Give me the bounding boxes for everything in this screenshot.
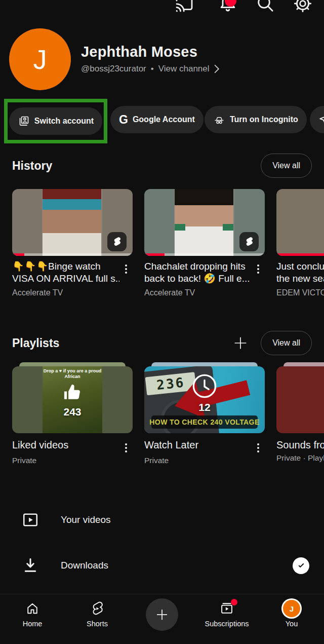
shorts-logo-icon: [112, 237, 122, 247]
history-video-card[interactable]: 👇👇👇Binge watch VISA ON ARRIVAL full s...…: [12, 189, 133, 297]
plus-icon: [154, 607, 170, 622]
playlist-thumbnail[interactable]: Drop a ♥ if you are a proud African 243: [12, 366, 133, 433]
view-channel-link[interactable]: View channel: [158, 64, 210, 74]
watch-progress-bar: [276, 253, 324, 256]
turn-on-incognito-chip[interactable]: Turn on Incognito: [205, 106, 307, 133]
downloads-label: Downloads: [61, 560, 108, 571]
watch-progress-bar: [12, 253, 133, 256]
history-video-card[interactable]: Just conclu the new sea EDEM VICTO: [276, 189, 324, 297]
cast-icon[interactable]: [174, 0, 194, 14]
chevron-right-icon: [214, 64, 220, 73]
playlist-title[interactable]: Sounds from: [276, 439, 324, 451]
video-channel[interactable]: Accelerate TV: [12, 288, 133, 297]
subscriptions-badge: [231, 599, 237, 605]
chip-label: Google Account: [133, 115, 195, 124]
downloads-row[interactable]: Downloads: [0, 552, 324, 579]
bottom-navigation: Home Shorts: [0, 594, 324, 644]
kebab-icon: [253, 442, 263, 453]
playlist-card-liked-videos[interactable]: Drop a ♥ if you are a proud African 243 …: [12, 362, 133, 465]
home-icon: [25, 601, 39, 616]
switch-account-icon: [18, 115, 30, 127]
profile-name: Jephthah Moses: [81, 44, 197, 60]
playlist-card-sounds[interactable]: Sounds from Private · Playlist: [276, 362, 324, 465]
playlist-count: 243: [63, 406, 81, 418]
playlist-card-watch-later[interactable]: 236 12 HOW TO CHECK 240 VOLTAGE Watch La…: [144, 362, 265, 465]
video-title[interactable]: Chachalet dropping hits back to back! 🤣 …: [144, 260, 252, 285]
switch-account-chip[interactable]: Switch account: [9, 107, 102, 135]
video-menu-button[interactable]: [119, 260, 133, 285]
playlist-thumbnail[interactable]: [276, 366, 324, 433]
video-menu-button[interactable]: [252, 260, 265, 285]
nav-shorts[interactable]: Shorts: [65, 594, 130, 644]
profile-avatar[interactable]: J: [9, 28, 71, 90]
kebab-icon: [121, 442, 131, 453]
playlists-title: Playlists: [12, 336, 59, 350]
video-channel[interactable]: Accelerate TV: [144, 288, 265, 297]
history-header: History View all: [12, 153, 312, 178]
playlist-stack-strip: [284, 362, 324, 366]
kebab-icon: [253, 263, 263, 275]
video-title[interactable]: Just conclu the new sea: [276, 260, 324, 285]
video-thumbnail[interactable]: [12, 189, 133, 256]
playlist-count: 12: [198, 401, 210, 413]
annotation-highlight-box: Switch account: [4, 99, 107, 143]
playlist-title[interactable]: Watch Later: [144, 439, 252, 453]
shorts-logo-icon: [244, 237, 254, 247]
shorts-badge: [107, 232, 127, 251]
playlists-view-all-button[interactable]: View all: [261, 331, 312, 355]
playlist-stack-strip: [19, 362, 126, 366]
you-avatar: J: [283, 600, 300, 617]
settings-icon[interactable]: [293, 0, 313, 14]
youtube-you-page: J Jephthah Moses @bossj23curator • View …: [0, 0, 324, 644]
history-view-all-button[interactable]: View all: [261, 154, 312, 178]
avatar-initial: J: [33, 44, 47, 75]
shorts-badge: [239, 232, 259, 251]
video-channel[interactable]: EDEM VICTO: [276, 288, 324, 297]
history-cards-row: 👇👇👇Binge watch VISA ON ARRIVAL full s...…: [12, 189, 324, 297]
your-videos-row[interactable]: Your videos: [0, 507, 324, 533]
playlist-thumbnail[interactable]: 236 12 HOW TO CHECK 240 VOLTAGE: [144, 366, 265, 433]
video-title[interactable]: 👇👇👇Binge watch VISA ON ARRIVAL full s...: [12, 260, 119, 285]
create-button[interactable]: [146, 598, 178, 631]
video-thumbnail[interactable]: [144, 189, 265, 256]
history-video-card[interactable]: Chachalet dropping hits back to back! 🤣 …: [144, 189, 265, 297]
chip-label: Switch account: [34, 117, 94, 126]
playlist-subtitle: Private: [144, 456, 265, 465]
kebab-icon: [121, 263, 131, 275]
check-icon: [296, 560, 306, 571]
clock-icon: [192, 373, 217, 399]
playlist-subtitle: Private: [12, 456, 133, 465]
share-icon: [318, 113, 324, 126]
your-videos-icon: [21, 511, 39, 529]
playlists-header: Playlists View all: [12, 330, 312, 356]
history-title: History: [12, 159, 52, 173]
separator-dot: •: [151, 64, 154, 74]
download-icon: [21, 556, 39, 575]
nav-subscriptions[interactable]: Subscriptions: [194, 594, 259, 644]
nav-you[interactable]: J You: [259, 594, 324, 644]
google-g-icon: G: [119, 114, 128, 126]
search-icon[interactable]: [255, 0, 275, 14]
thumbnail-banner-text: HOW TO CHECK 240 VOLTAGE: [151, 415, 258, 429]
your-videos-label: Your videos: [61, 514, 111, 525]
playlist-menu-button[interactable]: [119, 439, 133, 453]
google-account-chip[interactable]: G Google Account: [110, 106, 204, 133]
playlists-cards-row: Drop a ♥ if you are a proud African 243 …: [12, 362, 324, 465]
thumbs-up-icon: [62, 382, 83, 403]
shorts-icon: [90, 601, 104, 616]
nav-home[interactable]: Home: [0, 594, 65, 644]
playlist-stack-strip: [151, 362, 258, 366]
incognito-icon: [213, 113, 225, 126]
watch-progress-bar: [144, 253, 265, 256]
video-thumbnail[interactable]: [276, 189, 324, 256]
top-bar: [0, 0, 324, 14]
chip-label: Turn on Incognito: [230, 115, 298, 124]
playlist-menu-button[interactable]: [252, 439, 265, 453]
downloads-synced-check: [293, 557, 309, 574]
playlist-subtitle: Private · Playlist: [276, 453, 324, 463]
add-playlist-icon[interactable]: [232, 335, 249, 351]
profile-handle-row[interactable]: @bossj23curator • View channel: [81, 64, 220, 74]
nav-create[interactable]: [130, 594, 194, 644]
share-chip-partial[interactable]: [310, 106, 324, 133]
playlist-title[interactable]: Liked videos: [12, 439, 119, 453]
